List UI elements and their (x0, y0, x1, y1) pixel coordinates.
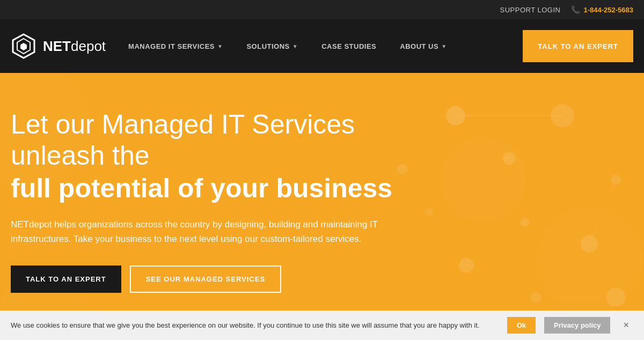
phone-number[interactable]: 📞 1-844-252-5683 (571, 5, 633, 14)
svg-marker-2 (20, 43, 27, 50)
nav-item-managed-it[interactable]: MANAGED IT SERVICES ▼ (116, 19, 235, 73)
cookie-message: We use cookies to ensure that we give yo… (11, 321, 499, 329)
hero-section: Let our Managed IT Services unleash the … (0, 73, 644, 340)
nav-item-case-studies[interactable]: CASE STUDIES (310, 19, 388, 73)
hero-title-bold: full potential of your business (11, 173, 440, 204)
chevron-down-icon: ▼ (217, 43, 223, 49)
nav-item-about-us[interactable]: ABOUT US ▼ (388, 19, 458, 73)
svg-line-16 (509, 116, 563, 159)
svg-line-17 (562, 116, 616, 180)
cookie-bar: We use cookies to ensure that we give yo… (0, 311, 644, 340)
logo-text: NETdepot (43, 38, 106, 55)
navbar: NETdepot MANAGED IT SERVICES ▼ SOLUTIONS… (0, 19, 644, 73)
nav-links: MANAGED IT SERVICES ▼ SOLUTIONS ▼ CASE S… (116, 19, 523, 73)
svg-line-18 (509, 158, 616, 180)
svg-point-30 (536, 206, 642, 313)
hero-buttons: TALK TO AN EXPERT SEE OUR MANAGED SERVIC… (11, 265, 440, 293)
svg-point-29 (440, 137, 525, 223)
hero-content: Let our Managed IT Services unleash the … (11, 109, 440, 293)
nav-talk-to-expert-button[interactable]: TALK TO AN EXPERT (523, 30, 633, 62)
nav-item-solutions[interactable]: SOLUTIONS ▼ (235, 19, 310, 73)
phone-icon: 📞 (571, 5, 580, 14)
chevron-down-icon: ▼ (441, 43, 447, 49)
svg-line-24 (466, 265, 536, 298)
support-login-link[interactable]: SUPPORT LOGIN (500, 6, 561, 14)
chevron-down-icon: ▼ (292, 43, 298, 49)
hero-description: NETdepot helps organizations across the … (11, 217, 429, 246)
cookie-close-button[interactable]: × (619, 317, 633, 333)
hero-talk-to-expert-button[interactable]: TALK TO AN EXPERT (11, 265, 121, 293)
top-bar: SUPPORT LOGIN 📞 1-844-252-5683 (0, 0, 644, 19)
hero-managed-services-button[interactable]: SEE OUR MANAGED SERVICES (130, 265, 281, 293)
hero-title-light: Let our Managed IT Services unleash the (11, 109, 440, 171)
logo[interactable]: NETdepot (11, 33, 106, 59)
svg-line-21 (466, 223, 525, 265)
cookie-privacy-button[interactable]: Privacy policy (544, 317, 610, 334)
logo-icon (11, 33, 36, 59)
cookie-ok-button[interactable]: Ok (507, 317, 536, 334)
